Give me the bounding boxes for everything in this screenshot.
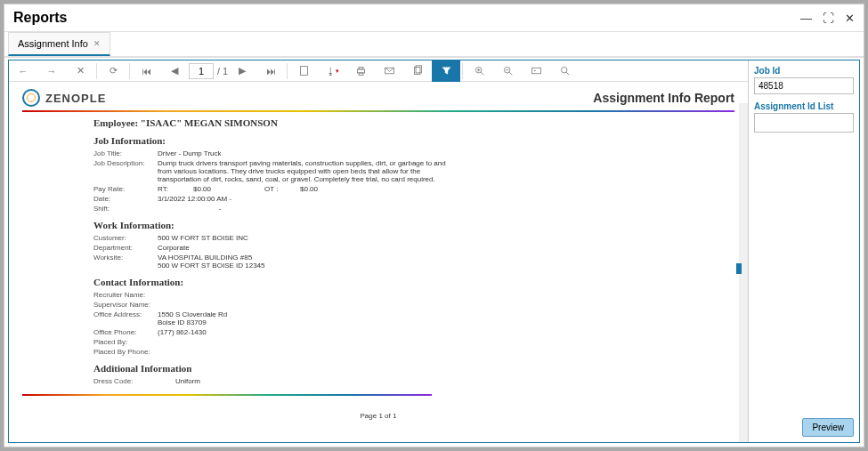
svg-line-17 [566,72,569,75]
last-page-icon[interactable]: ⏭ [256,60,285,82]
divider [22,110,734,112]
svg-rect-2 [359,67,363,68]
pay-rate-label: Pay Rate: [93,185,158,193]
office-addr-line1: 1550 S Cloverdale Rd [158,310,460,318]
tab-bar: Assignment Info ✕ [4,32,864,58]
divider-bottom [22,394,432,396]
dress-label: Dress Code: [93,377,158,385]
svg-rect-0 [300,67,307,76]
supervisor-label: Supervisor Name: [93,301,158,309]
pay-rt-label: RT: [158,185,193,193]
export-icon[interactable]: ⭳▾ [318,60,346,82]
logo-icon [22,89,40,107]
parameters-panel: Job Id Assignment Id List Preview [748,60,859,442]
tab-close-icon[interactable]: ✕ [93,39,101,48]
page-total: / 1 [217,66,228,77]
page-footer: Page 1 of 1 [22,412,734,420]
worksite-line2: 500 W FORT ST BOISE ID 12345 [158,262,460,270]
titlebar: Reports — ⛶ ✕ [4,4,864,32]
brand-name: ZENOPLE [45,92,106,105]
employee-label: Employee: [93,117,138,128]
job-desc: Dump truck drivers transport paving mate… [158,159,460,183]
dept-label: Department: [93,244,158,252]
page-input[interactable] [189,63,214,79]
placed-by-label: Placed By: [93,338,158,346]
dept-value: Corporate [158,244,460,252]
placed-by-phone-label: Placed By Phone: [93,348,158,356]
placed-by-value [158,338,460,346]
tab-assignment-info[interactable]: Assignment Info ✕ [8,32,110,56]
office-phone-value: (177) 862-1430 [158,328,460,336]
back-icon[interactable]: ← [9,60,37,82]
job-title-label: Job Title: [93,149,158,157]
parameters-icon[interactable] [432,60,460,82]
worksite-line1: VA HOSPITAL BUILDING #85 [158,254,460,262]
svg-line-8 [481,72,483,75]
svg-point-16 [561,67,567,73]
employee-name: "ISAAC" MEGAN SIMONSON [141,117,278,128]
svg-line-12 [509,72,512,75]
zoom-out-icon[interactable] [493,60,522,82]
svg-rect-3 [359,73,363,75]
scrollbar[interactable] [739,103,748,442]
stop-icon[interactable]: ✕ [66,60,94,82]
preview-button[interactable]: Preview [802,418,854,437]
window-title: Reports [13,10,67,26]
jobid-input[interactable] [754,77,854,94]
close-icon[interactable]: ✕ [845,12,855,25]
date-value: 3/1/2022 12:00:00 AM - [158,195,460,203]
customer-value: 500 W FORT ST BOISE INC [158,234,460,242]
section-work: Work Information: [93,220,734,230]
customer-label: Customer: [93,234,158,242]
office-addr-label: Office Address: [93,310,158,326]
svg-rect-14 [531,68,540,74]
worksite-label: Worksite: [93,254,158,270]
jobid-label: Job Id [754,66,854,76]
copy-icon[interactable] [403,60,432,82]
section-job: Job Information: [93,135,734,146]
page-setup-icon[interactable] [289,60,318,82]
assignment-list-label: Assignment Id List [754,101,854,111]
report-toolbar: ← → ✕ ⟳ ⏮ ◀ / 1 ▶ ⏭ ⭳▾ [9,60,748,82]
pay-rt: $0.00 [193,185,229,193]
placed-by-phone-value [158,348,460,356]
office-phone-label: Office Phone: [93,328,158,336]
shift-label: Shift: [93,205,158,213]
refresh-icon[interactable]: ⟳ [99,60,127,82]
zoom-in-icon[interactable] [465,60,493,82]
email-icon[interactable] [375,60,403,82]
tab-label: Assignment Info [18,38,88,49]
first-page-icon[interactable]: ⏮ [132,60,160,82]
section-contact: Contact Information: [93,277,734,287]
job-title: Driver - Dump Truck [158,149,460,157]
date-label: Date: [93,195,158,203]
svg-rect-1 [357,69,364,73]
search-icon[interactable] [550,60,579,82]
prev-page-icon[interactable]: ◀ [160,60,189,82]
supervisor-value [158,301,460,309]
recruiter-value [158,291,460,299]
shift-value: - [158,205,282,213]
forward-icon[interactable]: → [37,60,66,82]
dress-value: Uniform [158,377,460,385]
pane-collapse-icon[interactable] [736,263,742,274]
minimize-icon[interactable]: — [800,12,812,25]
print-icon[interactable] [346,60,375,82]
office-addr-line2: Boise ID 83709 [158,318,460,326]
assignment-list-input[interactable] [754,113,854,133]
section-additional: Additional Information [93,363,734,374]
document-area: ZENOPLE Assignment Info Report Employee:… [9,82,748,442]
maximize-icon[interactable]: ⛶ [823,12,834,25]
brand-logo: ZENOPLE [22,89,106,107]
pay-ot-label: OT : [264,185,300,193]
next-page-icon[interactable]: ▶ [228,60,256,82]
recruiter-label: Recruiter Name: [93,291,158,299]
report-title: Assignment Info Report [593,91,734,105]
svg-point-15 [534,70,536,72]
watermark-icon[interactable] [522,60,550,82]
pay-ot: $0.00 [300,185,336,193]
job-desc-label: Job Description: [93,159,158,183]
